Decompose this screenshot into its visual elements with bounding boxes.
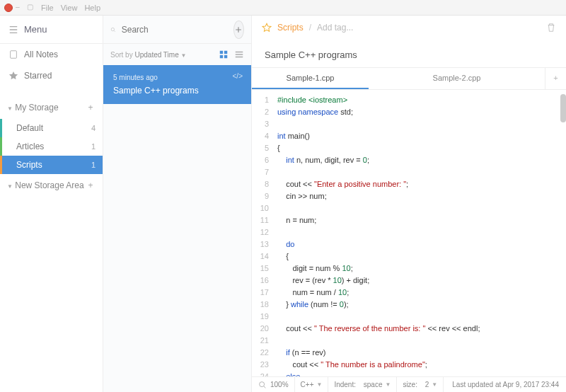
status-lang[interactable]: C++ ▼ [295, 377, 329, 392]
svg-rect-5 [224, 55, 227, 58]
breadcrumb-sep: / [309, 23, 311, 33]
search-row [103, 16, 251, 44]
add-note-button[interactable] [233, 21, 244, 39]
search-icon [110, 25, 116, 35]
editor-tab[interactable]: Sample-2.cpp [369, 68, 545, 89]
zoom-icon [258, 380, 267, 390]
svg-point-6 [260, 381, 265, 386]
starred-label: Starred [24, 71, 52, 81]
grid-view-icon[interactable] [219, 50, 229, 59]
all-notes-label: All Notes [24, 50, 58, 59]
star-outline-icon[interactable] [262, 23, 272, 33]
storage-section[interactable]: ▼ New Storage Area+ [0, 174, 103, 197]
sidebar-folder-scripts[interactable]: Scripts1 [0, 156, 103, 174]
status-size[interactable]: size: 2 ▼ [397, 377, 444, 392]
app-menus: FileViewHelp [41, 4, 100, 12]
code-editor[interactable]: 1234567891011121314151617181920212223242… [252, 90, 566, 376]
sidebar-folder-articles[interactable]: Articles1 [0, 137, 103, 156]
sort-control[interactable]: Sort by Updated Time ▼ [110, 51, 186, 59]
window-min-button[interactable]: – [16, 4, 24, 12]
plus-icon[interactable]: + [86, 103, 96, 113]
svg-rect-0 [11, 51, 17, 59]
svg-point-1 [111, 28, 114, 30]
editor-header: Scripts / Add tag... [252, 16, 566, 40]
add-tab-button[interactable]: + [545, 68, 566, 89]
breadcrumb-folder[interactable]: Scripts [277, 23, 304, 33]
svg-rect-4 [220, 55, 223, 58]
menu-toggle[interactable]: Menu [0, 16, 103, 44]
note-list: Sort by Updated Time ▼ 5 minutes agoSamp… [103, 16, 252, 392]
status-zoom[interactable]: 100% [252, 377, 295, 392]
sidebar-all-notes[interactable]: All Notes [0, 44, 103, 65]
svg-rect-2 [220, 51, 223, 54]
scrollbar-thumb[interactable] [560, 94, 566, 122]
sort-row: Sort by Updated Time ▼ [103, 44, 251, 65]
note-title[interactable]: Sample C++ programs [252, 40, 566, 67]
app-menu-file[interactable]: File [41, 4, 54, 12]
sidebar: Menu All Notes Starred ▼ My Storage+Defa… [0, 16, 103, 392]
svg-rect-3 [224, 51, 227, 54]
hamburger-icon [8, 25, 18, 35]
status-bar: 100% C++ ▼ Indent: space ▼ size: 2 ▼ Las… [252, 376, 566, 392]
window-controls: – ▢ [4, 4, 35, 12]
editor-tab[interactable]: Sample-1.cpp [252, 68, 369, 89]
line-gutter: 1234567891011121314151617181920212223242… [252, 90, 273, 376]
window-close-button[interactable] [4, 4, 13, 12]
app-menu-help[interactable]: Help [84, 4, 100, 12]
note-card[interactable]: 5 minutes agoSample C++ programs</> [103, 65, 251, 104]
status-updated: Last updated at Apr 9, 2017 23:44 [445, 381, 566, 388]
list-view-icon[interactable] [234, 50, 244, 59]
search-input[interactable] [122, 25, 228, 35]
sidebar-folder-default[interactable]: Default4 [0, 119, 103, 137]
status-indent[interactable]: Indent: space ▼ [328, 377, 397, 392]
window-max-button[interactable]: ▢ [27, 4, 35, 12]
book-icon [8, 50, 18, 59]
editor-tabs: Sample-1.cppSample-2.cpp+ [252, 67, 566, 90]
titlebar: – ▢ FileViewHelp [0, 0, 566, 16]
add-tag-input[interactable]: Add tag... [317, 23, 353, 33]
plus-icon[interactable]: + [86, 180, 96, 190]
app-menu-view[interactable]: View [61, 4, 78, 12]
storage-section[interactable]: ▼ My Storage+ [0, 96, 103, 119]
star-icon [8, 71, 18, 81]
code-icon: </> [233, 72, 243, 80]
editor: Scripts / Add tag... Sample C++ programs… [252, 16, 566, 392]
code-body[interactable]: #include <iostream>using namespace std;i… [273, 90, 566, 376]
menu-label: Menu [24, 24, 47, 35]
app: Menu All Notes Starred ▼ My Storage+Defa… [0, 16, 566, 392]
sidebar-starred[interactable]: Starred [0, 65, 103, 86]
trash-icon[interactable] [546, 23, 556, 33]
